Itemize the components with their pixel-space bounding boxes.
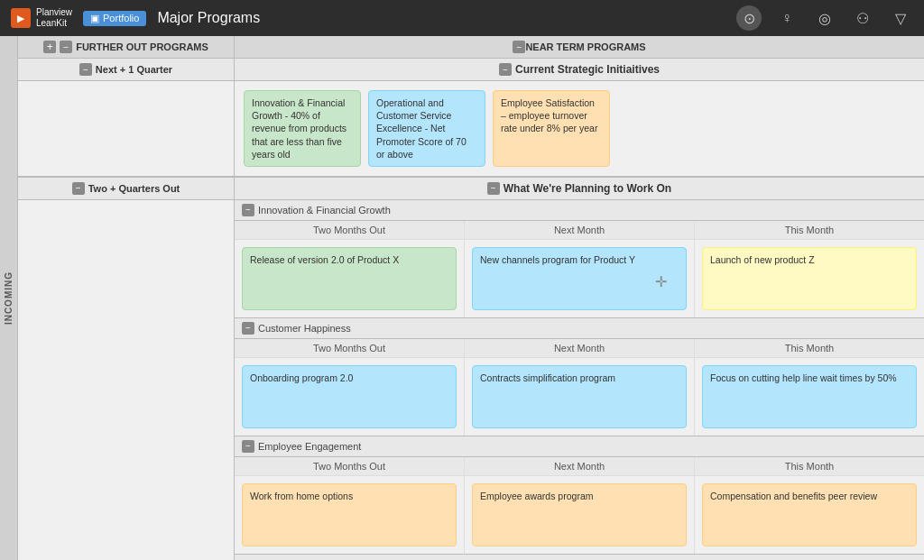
logo-text: PlanviewLeanKit <box>36 7 72 29</box>
logo: ▶ PlanviewLeanKit <box>11 7 72 29</box>
next-quarter-header: − Next + 1 Quarter <box>18 59 234 81</box>
employee-sub-header: − Employee Engagement <box>235 436 924 457</box>
next-month-header-2: Next Month <box>465 339 694 358</box>
innovation-this-month-cards: Launch of new product Z <box>695 240 924 317</box>
sub-section-innovation: − Innovation & Financial Growth Two Mont… <box>235 200 924 318</box>
card-innovation-financial[interactable]: Innovation & Financial Growth - 40% of r… <box>244 90 361 167</box>
collapse-innovation-btn[interactable]: − <box>242 204 254 216</box>
page-title: Major Programs <box>157 10 725 26</box>
innovation-col-next-month: Next Month New channels program for Prod… <box>465 221 695 317</box>
card-onboarding[interactable]: Onboarding program 2.0 <box>242 365 457 428</box>
near-term-label: NEAR TERM PROGRAMS <box>525 41 645 52</box>
collapse-employee-btn[interactable]: − <box>242 440 254 453</box>
employee-title: Employee Engagement <box>258 441 361 452</box>
card-focus-helpline[interactable]: Focus on cutting help line wait times by… <box>702 365 917 428</box>
top-section: − Next + 1 Quarter − Current Strategic I… <box>18 59 924 178</box>
innovation-two-months-cards: Release of version 2.0 of Product X <box>235 240 464 317</box>
customer-col-two-months: Two Months Out Onboarding program 2.0 <box>235 339 465 436</box>
main-container: INCOMING + − FURTHER OUT PROGRAMS − NEAR… <box>0 36 924 560</box>
this-month-header-2: This Month <box>695 339 924 358</box>
two-months-header-1: Two Months Out <box>235 221 464 240</box>
card-employee-satisfaction[interactable]: Employee Satisfaction – employee turnove… <box>493 90 610 167</box>
collapse-planning-btn[interactable]: − <box>487 182 500 195</box>
card-operational-customer[interactable]: Operational and Customer Service Excelle… <box>368 90 485 167</box>
card-release-version[interactable]: Release of version 2.0 of Product X <box>242 247 457 310</box>
innovation-col-this-month: This Month Launch of new product Z <box>695 221 924 317</box>
near-term-header: − NEAR TERM PROGRAMS <box>235 36 924 58</box>
employee-col-this-month: This Month Compensation and benefits pee… <box>695 457 924 554</box>
innovation-col-two-months: Two Months Out Release of version 2.0 of… <box>235 221 465 317</box>
card-launch-product-z[interactable]: Launch of new product Z <box>702 247 917 310</box>
portfolio-badge[interactable]: ▣ Portfolio <box>83 11 146 26</box>
portfolio-icon: ▣ <box>90 13 99 24</box>
bottom-right: − What We're Planning to Work On − Innov… <box>235 178 924 560</box>
card-work-from-home[interactable]: Work from home options <box>242 483 457 546</box>
customer-next-month-cards: Contracts simplification program <box>465 358 694 436</box>
collapse-further-out-btn[interactable]: − <box>60 41 72 53</box>
card-employee-awards[interactable]: Employee awards program <box>472 483 687 546</box>
person-icon[interactable]: ♀ <box>774 5 799 31</box>
customer-sub-header: − Customer Happiness <box>235 318 924 339</box>
sub-section-employee: − Employee Engagement Two Months Out Wor… <box>235 436 924 555</box>
collapse-two-quarters-btn[interactable]: − <box>72 182 85 195</box>
innovation-next-month-cards: New channels program for Product Y ✛ <box>465 240 694 317</box>
circle-icon[interactable]: ◎ <box>812 5 837 31</box>
two-quarters-label: Two + Quarters Out <box>88 183 180 194</box>
people-icon[interactable]: ⚇ <box>850 5 875 31</box>
employee-col-next-month: Next Month Employee awards program <box>465 457 695 554</box>
two-quarters-out-header: − Two + Quarters Out <box>18 178 234 200</box>
next-month-header-3: Next Month <box>465 457 694 476</box>
customer-col-next-month: Next Month Contracts simplification prog… <box>465 339 695 436</box>
further-out-label: FURTHER OUT PROGRAMS <box>76 41 208 52</box>
employee-next-month-cards: Employee awards program <box>465 476 694 554</box>
planning-label: What We're Planning to Work On <box>504 182 671 195</box>
innovation-columns: Two Months Out Release of version 2.0 of… <box>235 221 924 317</box>
camera-icon[interactable]: ⊙ <box>736 5 762 31</box>
collapse-current-strategic-btn[interactable]: − <box>499 63 512 76</box>
collapse-near-term-btn[interactable]: − <box>513 41 525 53</box>
current-strategic-label: Current Strategic Initiaitives <box>515 63 660 76</box>
app-header: ▶ PlanviewLeanKit ▣ Portfolio Major Prog… <box>0 0 924 36</box>
further-out-header: + − FURTHER OUT PROGRAMS <box>18 36 235 58</box>
strategic-cards-row: Innovation & Financial Growth - 40% of r… <box>235 81 924 176</box>
customer-this-month-cards: Focus on cutting help line wait times by… <box>695 358 924 436</box>
employee-columns: Two Months Out Work from home options Ne… <box>235 457 924 554</box>
employee-two-months-cards: Work from home options <box>235 476 464 554</box>
top-right: − Current Strategic Initiaitives Innovat… <box>235 59 924 176</box>
card-contracts[interactable]: Contracts simplification program <box>472 365 687 428</box>
bottom-left: − Two + Quarters Out <box>18 178 235 560</box>
crosshair-icon: ✛ <box>655 273 667 290</box>
incoming-label: INCOMING <box>4 271 14 325</box>
incoming-sidebar: INCOMING <box>0 36 18 560</box>
planning-header: − What We're Planning to Work On <box>235 178 924 200</box>
collapse-next-quarter-btn[interactable]: − <box>79 63 92 76</box>
header-icons: ⊙ ♀ ◎ ⚇ ▽ <box>736 5 913 31</box>
two-months-header-3: Two Months Out <box>235 457 464 476</box>
portfolio-label: Portfolio <box>103 13 139 23</box>
card-compensation[interactable]: Compensation and benefits peer review <box>702 483 917 546</box>
this-month-header-1: This Month <box>695 221 924 240</box>
board: + − FURTHER OUT PROGRAMS − NEAR TERM PRO… <box>18 36 924 560</box>
top-left: − Next + 1 Quarter <box>18 59 235 176</box>
employee-this-month-cards: Compensation and benefits peer review <box>695 476 924 554</box>
innovation-title: Innovation & Financial Growth <box>258 205 391 216</box>
innovation-sub-header: − Innovation & Financial Growth <box>235 200 924 221</box>
customer-title: Customer Happiness <box>258 323 351 334</box>
customer-col-this-month: This Month Focus on cutting help line wa… <box>695 339 924 436</box>
logo-icon: ▶ <box>11 8 31 28</box>
next-quarter-label: Next + 1 Quarter <box>96 64 172 75</box>
bottom-section: − Two + Quarters Out − What We're Planni… <box>18 178 924 560</box>
collapse-customer-btn[interactable]: − <box>242 322 254 335</box>
current-strategic-header: − Current Strategic Initiaitives <box>235 59 924 81</box>
sub-section-customer: − Customer Happiness Two Months Out Onbo… <box>235 318 924 436</box>
employee-col-two-months: Two Months Out Work from home options <box>235 457 465 554</box>
add-further-out-btn[interactable]: + <box>43 41 56 53</box>
filter-icon[interactable]: ▽ <box>888 5 913 31</box>
next-month-header-1: Next Month <box>465 221 694 240</box>
main-header-row: + − FURTHER OUT PROGRAMS − NEAR TERM PRO… <box>18 36 924 59</box>
customer-columns: Two Months Out Onboarding program 2.0 Ne… <box>235 339 924 436</box>
customer-two-months-cards: Onboarding program 2.0 <box>235 358 464 436</box>
this-month-header-3: This Month <box>695 457 924 476</box>
two-months-header-2: Two Months Out <box>235 339 464 358</box>
